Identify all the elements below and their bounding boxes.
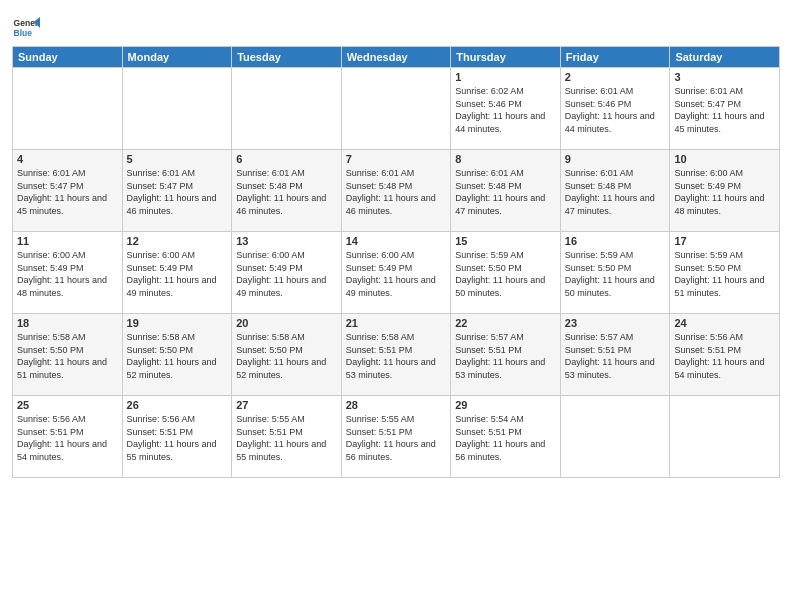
column-header-sunday: Sunday [13, 47, 123, 68]
day-info: Sunrise: 5:56 AM Sunset: 5:51 PM Dayligh… [127, 413, 228, 463]
day-info: Sunrise: 6:01 AM Sunset: 5:47 PM Dayligh… [674, 85, 775, 135]
day-number: 16 [565, 235, 666, 247]
calendar-cell: 27Sunrise: 5:55 AM Sunset: 5:51 PM Dayli… [232, 396, 342, 478]
calendar-cell: 23Sunrise: 5:57 AM Sunset: 5:51 PM Dayli… [560, 314, 670, 396]
day-info: Sunrise: 5:54 AM Sunset: 5:51 PM Dayligh… [455, 413, 556, 463]
day-info: Sunrise: 5:59 AM Sunset: 5:50 PM Dayligh… [674, 249, 775, 299]
calendar-cell: 1Sunrise: 6:02 AM Sunset: 5:46 PM Daylig… [451, 68, 561, 150]
day-number: 2 [565, 71, 666, 83]
day-number: 21 [346, 317, 447, 329]
calendar-cell: 24Sunrise: 5:56 AM Sunset: 5:51 PM Dayli… [670, 314, 780, 396]
calendar-week-row: 1Sunrise: 6:02 AM Sunset: 5:46 PM Daylig… [13, 68, 780, 150]
day-number: 17 [674, 235, 775, 247]
day-number: 24 [674, 317, 775, 329]
calendar-cell: 10Sunrise: 6:00 AM Sunset: 5:49 PM Dayli… [670, 150, 780, 232]
day-number: 13 [236, 235, 337, 247]
calendar-cell: 20Sunrise: 5:58 AM Sunset: 5:50 PM Dayli… [232, 314, 342, 396]
day-info: Sunrise: 5:58 AM Sunset: 5:50 PM Dayligh… [17, 331, 118, 381]
day-info: Sunrise: 5:59 AM Sunset: 5:50 PM Dayligh… [455, 249, 556, 299]
day-number: 26 [127, 399, 228, 411]
day-number: 7 [346, 153, 447, 165]
day-number: 10 [674, 153, 775, 165]
calendar-cell: 3Sunrise: 6:01 AM Sunset: 5:47 PM Daylig… [670, 68, 780, 150]
day-number: 6 [236, 153, 337, 165]
day-number: 29 [455, 399, 556, 411]
column-header-saturday: Saturday [670, 47, 780, 68]
day-info: Sunrise: 6:01 AM Sunset: 5:46 PM Dayligh… [565, 85, 666, 135]
day-info: Sunrise: 6:02 AM Sunset: 5:46 PM Dayligh… [455, 85, 556, 135]
calendar-cell: 14Sunrise: 6:00 AM Sunset: 5:49 PM Dayli… [341, 232, 451, 314]
day-number: 22 [455, 317, 556, 329]
day-number: 25 [17, 399, 118, 411]
day-info: Sunrise: 6:01 AM Sunset: 5:48 PM Dayligh… [565, 167, 666, 217]
day-info: Sunrise: 6:01 AM Sunset: 5:47 PM Dayligh… [17, 167, 118, 217]
column-header-friday: Friday [560, 47, 670, 68]
calendar-week-row: 4Sunrise: 6:01 AM Sunset: 5:47 PM Daylig… [13, 150, 780, 232]
calendar-cell [670, 396, 780, 478]
day-info: Sunrise: 5:59 AM Sunset: 5:50 PM Dayligh… [565, 249, 666, 299]
calendar-cell: 8Sunrise: 6:01 AM Sunset: 5:48 PM Daylig… [451, 150, 561, 232]
calendar-cell [13, 68, 123, 150]
day-info: Sunrise: 6:00 AM Sunset: 5:49 PM Dayligh… [127, 249, 228, 299]
day-info: Sunrise: 6:01 AM Sunset: 5:48 PM Dayligh… [455, 167, 556, 217]
day-info: Sunrise: 5:57 AM Sunset: 5:51 PM Dayligh… [565, 331, 666, 381]
svg-text:Blue: Blue [14, 28, 33, 38]
calendar-cell: 17Sunrise: 5:59 AM Sunset: 5:50 PM Dayli… [670, 232, 780, 314]
day-number: 23 [565, 317, 666, 329]
day-number: 14 [346, 235, 447, 247]
day-info: Sunrise: 6:00 AM Sunset: 5:49 PM Dayligh… [236, 249, 337, 299]
day-number: 8 [455, 153, 556, 165]
day-number: 12 [127, 235, 228, 247]
calendar-cell: 12Sunrise: 6:00 AM Sunset: 5:49 PM Dayli… [122, 232, 232, 314]
calendar-week-row: 18Sunrise: 5:58 AM Sunset: 5:50 PM Dayli… [13, 314, 780, 396]
calendar-cell: 25Sunrise: 5:56 AM Sunset: 5:51 PM Dayli… [13, 396, 123, 478]
calendar-cell: 18Sunrise: 5:58 AM Sunset: 5:50 PM Dayli… [13, 314, 123, 396]
calendar-cell: 19Sunrise: 5:58 AM Sunset: 5:50 PM Dayli… [122, 314, 232, 396]
day-number: 27 [236, 399, 337, 411]
day-number: 19 [127, 317, 228, 329]
calendar-cell: 26Sunrise: 5:56 AM Sunset: 5:51 PM Dayli… [122, 396, 232, 478]
day-info: Sunrise: 5:55 AM Sunset: 5:51 PM Dayligh… [346, 413, 447, 463]
day-info: Sunrise: 6:01 AM Sunset: 5:47 PM Dayligh… [127, 167, 228, 217]
column-header-tuesday: Tuesday [232, 47, 342, 68]
calendar-cell [560, 396, 670, 478]
column-header-thursday: Thursday [451, 47, 561, 68]
day-info: Sunrise: 5:58 AM Sunset: 5:50 PM Dayligh… [127, 331, 228, 381]
header-row: General Blue [12, 10, 780, 42]
day-number: 9 [565, 153, 666, 165]
calendar-cell: 5Sunrise: 6:01 AM Sunset: 5:47 PM Daylig… [122, 150, 232, 232]
calendar-cell: 7Sunrise: 6:01 AM Sunset: 5:48 PM Daylig… [341, 150, 451, 232]
calendar-cell: 2Sunrise: 6:01 AM Sunset: 5:46 PM Daylig… [560, 68, 670, 150]
calendar-cell: 16Sunrise: 5:59 AM Sunset: 5:50 PM Dayli… [560, 232, 670, 314]
day-info: Sunrise: 6:01 AM Sunset: 5:48 PM Dayligh… [346, 167, 447, 217]
day-number: 18 [17, 317, 118, 329]
day-number: 20 [236, 317, 337, 329]
day-info: Sunrise: 6:00 AM Sunset: 5:49 PM Dayligh… [346, 249, 447, 299]
day-info: Sunrise: 5:55 AM Sunset: 5:51 PM Dayligh… [236, 413, 337, 463]
calendar-cell: 13Sunrise: 6:00 AM Sunset: 5:49 PM Dayli… [232, 232, 342, 314]
column-header-wednesday: Wednesday [341, 47, 451, 68]
day-info: Sunrise: 5:56 AM Sunset: 5:51 PM Dayligh… [17, 413, 118, 463]
day-number: 4 [17, 153, 118, 165]
calendar-header-row: SundayMondayTuesdayWednesdayThursdayFrid… [13, 47, 780, 68]
day-number: 15 [455, 235, 556, 247]
day-number: 11 [17, 235, 118, 247]
day-info: Sunrise: 5:58 AM Sunset: 5:50 PM Dayligh… [236, 331, 337, 381]
day-number: 3 [674, 71, 775, 83]
page-container: General Blue SundayMondayTuesdayWednesda… [0, 0, 792, 484]
calendar-table: SundayMondayTuesdayWednesdayThursdayFrid… [12, 46, 780, 478]
calendar-cell [232, 68, 342, 150]
calendar-week-row: 25Sunrise: 5:56 AM Sunset: 5:51 PM Dayli… [13, 396, 780, 478]
calendar-cell: 22Sunrise: 5:57 AM Sunset: 5:51 PM Dayli… [451, 314, 561, 396]
calendar-cell: 4Sunrise: 6:01 AM Sunset: 5:47 PM Daylig… [13, 150, 123, 232]
calendar-cell: 9Sunrise: 6:01 AM Sunset: 5:48 PM Daylig… [560, 150, 670, 232]
column-header-monday: Monday [122, 47, 232, 68]
logo: General Blue [12, 14, 40, 42]
day-info: Sunrise: 6:01 AM Sunset: 5:48 PM Dayligh… [236, 167, 337, 217]
calendar-cell: 29Sunrise: 5:54 AM Sunset: 5:51 PM Dayli… [451, 396, 561, 478]
day-info: Sunrise: 5:56 AM Sunset: 5:51 PM Dayligh… [674, 331, 775, 381]
calendar-cell: 21Sunrise: 5:58 AM Sunset: 5:51 PM Dayli… [341, 314, 451, 396]
day-number: 5 [127, 153, 228, 165]
day-info: Sunrise: 6:00 AM Sunset: 5:49 PM Dayligh… [17, 249, 118, 299]
calendar-cell [341, 68, 451, 150]
